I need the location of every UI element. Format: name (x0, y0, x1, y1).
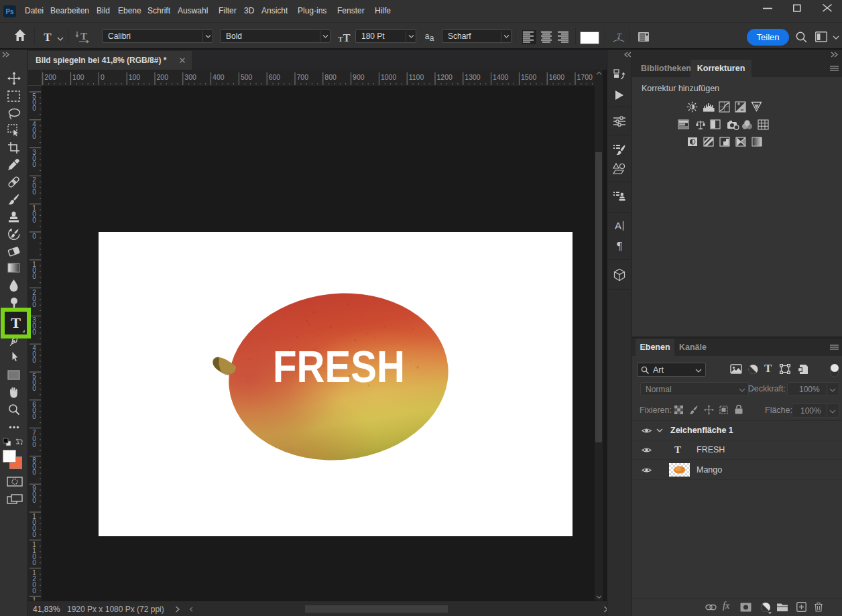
svg-text:0: 0 (32, 357, 36, 364)
svg-text:200: 200 (44, 73, 56, 81)
svg-text:0: 0 (32, 413, 36, 420)
svg-text:0: 0 (32, 217, 36, 224)
svg-text:1500: 1500 (521, 73, 537, 81)
svg-text:0: 0 (32, 587, 36, 595)
svg-text:400: 400 (213, 73, 225, 81)
svg-text:500: 500 (241, 73, 253, 81)
svg-text:T: T (617, 32, 622, 41)
svg-text:800: 800 (324, 73, 337, 81)
svg-text:1200: 1200 (437, 73, 453, 81)
svg-text:0: 0 (32, 469, 36, 476)
svg-text:FRESH: FRESH (273, 342, 405, 391)
svg-text:100: 100 (72, 73, 84, 81)
svg-text:200: 200 (157, 73, 169, 81)
svg-text:1300: 1300 (465, 73, 481, 81)
svg-text:0: 0 (101, 73, 105, 81)
svg-text:T: T (44, 31, 52, 42)
svg-text:1400: 1400 (493, 73, 509, 81)
svg-text:0: 0 (32, 441, 36, 448)
svg-text:100: 100 (129, 73, 141, 81)
svg-text:¶: ¶ (617, 240, 622, 252)
svg-text:900: 900 (353, 73, 365, 81)
svg-text:0: 0 (32, 559, 36, 566)
svg-text:0: 0 (32, 328, 36, 336)
svg-text:700: 700 (297, 73, 309, 81)
svg-text:300: 300 (184, 73, 196, 81)
svg-text:0: 0 (32, 133, 36, 140)
svg-text:0: 0 (32, 497, 36, 504)
svg-text:0: 0 (32, 161, 36, 168)
svg-text:1000: 1000 (381, 73, 397, 81)
svg-text:1700: 1700 (577, 73, 593, 81)
svg-text:0: 0 (32, 301, 36, 308)
svg-text:600: 600 (269, 73, 281, 81)
svg-text:0: 0 (32, 233, 36, 240)
svg-text:0: 0 (32, 531, 36, 538)
svg-text:1100: 1100 (409, 73, 424, 81)
svg-text:A: A (615, 220, 621, 231)
svg-text:1600: 1600 (549, 73, 565, 81)
svg-text:a: a (425, 32, 430, 41)
svg-text:0: 0 (32, 273, 36, 280)
svg-text:0: 0 (32, 188, 36, 196)
svg-text:a: a (430, 34, 434, 42)
svg-text:T: T (343, 32, 351, 42)
svg-text:T: T (80, 31, 87, 42)
svg-text:Ps: Ps (5, 8, 14, 15)
svg-text:0: 0 (32, 105, 36, 112)
svg-text:0: 0 (32, 385, 36, 392)
